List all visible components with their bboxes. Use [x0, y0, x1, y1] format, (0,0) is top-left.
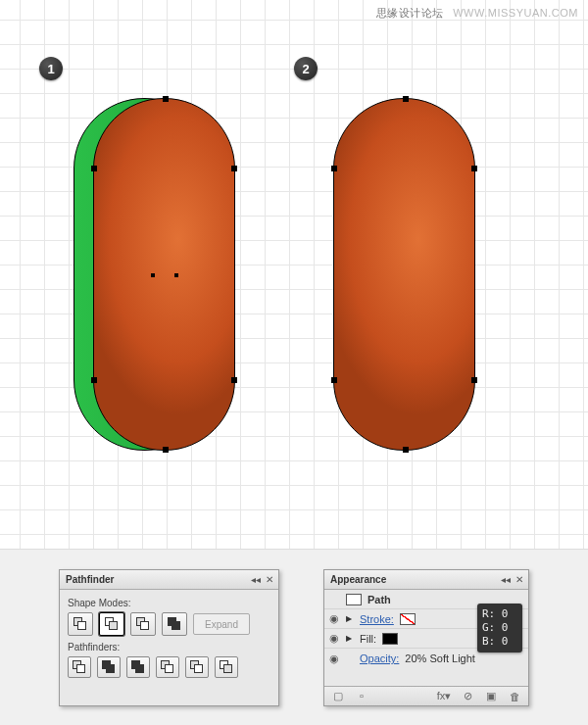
rgb-r: R: 0 — [482, 607, 517, 621]
expand-button: Expand — [193, 613, 250, 635]
shapemode-minus-front-button[interactable] — [99, 612, 124, 636]
duplicate-item-button[interactable]: ▣ — [483, 690, 499, 702]
rgb-readout: R: 0 G: 0 B: 0 — [477, 604, 522, 652]
disclosure-triangle-icon[interactable]: ▶ — [346, 614, 354, 623]
stroke-swatch-none[interactable] — [400, 613, 416, 625]
visibility-eye-icon[interactable]: ◉ — [328, 652, 340, 665]
pathfinder-trim-button[interactable] — [97, 656, 121, 678]
pathfinder-divide-button[interactable] — [68, 656, 91, 678]
anchor-point[interactable] — [331, 166, 337, 171]
pathfinder-outline-button[interactable] — [185, 656, 209, 678]
panel-collapse-icon[interactable]: ◂◂ — [251, 574, 261, 585]
anchor-point[interactable] — [231, 166, 237, 171]
artboard[interactable]: 思缘设计论坛 WWW.MISSYUAN.COM 1 2 — [0, 0, 588, 549]
step-badge-1: 1 — [39, 57, 63, 80]
pathfinders-label: Pathfinders: — [68, 642, 270, 652]
anchor-point[interactable] — [91, 166, 97, 171]
step-number: 1 — [47, 62, 54, 76]
pathfinder-crop-button[interactable] — [156, 656, 179, 678]
panel-pathfinder[interactable]: Pathfinder ◂◂ ✕ Shape Modes: Expand Path… — [59, 569, 279, 706]
panel-header[interactable]: Appearance ◂◂ ✕ — [324, 570, 528, 590]
visibility-eye-icon[interactable]: ◉ — [328, 632, 340, 645]
stroke-label[interactable]: Stroke: — [360, 613, 394, 625]
clear-appearance-button[interactable]: ⊘ — [460, 690, 475, 702]
panel-footer: ▢ ▫ fx▾ ⊘ ▣ 🗑 — [324, 686, 528, 705]
expand-label: Expand — [205, 619, 238, 630]
rgb-b: B: 0 — [482, 635, 517, 649]
watermark-url: WWW.MISSYUAN.COM — [453, 7, 578, 19]
watermark: 思缘设计论坛 WWW.MISSYUAN.COM — [376, 6, 578, 21]
capsule-orange-2[interactable] — [333, 98, 475, 451]
visibility-eye-icon[interactable]: ◉ — [328, 612, 340, 625]
anchor-point[interactable] — [163, 96, 169, 102]
path-label: Path — [368, 594, 391, 605]
pathfinder-minus-back-button[interactable] — [215, 656, 238, 678]
panel-menu-icon[interactable]: ✕ — [265, 574, 274, 585]
delete-item-button[interactable]: 🗑 — [507, 691, 522, 702]
opacity-label[interactable]: Opacity: — [360, 652, 399, 664]
fill-label: Fill: — [360, 633, 376, 645]
anchor-point[interactable] — [163, 447, 169, 453]
anchor-point[interactable] — [403, 447, 409, 453]
rgb-g: G: 0 — [482, 621, 517, 635]
add-effect-button[interactable]: fx▾ — [436, 690, 452, 702]
panels-area: Pathfinder ◂◂ ✕ Shape Modes: Expand Path… — [0, 549, 588, 725]
panel-title: Pathfinder — [66, 574, 114, 585]
clone-appearance-button[interactable]: ▫ — [354, 690, 369, 702]
panel-collapse-icon[interactable]: ◂◂ — [501, 574, 511, 585]
panel-header[interactable]: Pathfinder ◂◂ ✕ — [60, 570, 278, 590]
panel-appearance[interactable]: Appearance ◂◂ ✕ Path ◉ ▶ Stroke: ◉ ▶ Fil… — [323, 569, 529, 706]
step-number: 2 — [302, 62, 309, 76]
step-badge-2: 2 — [294, 57, 318, 80]
new-art-button[interactable]: ▢ — [330, 690, 346, 702]
anchor-point[interactable] — [91, 377, 97, 383]
panel-menu-icon[interactable]: ✕ — [514, 574, 524, 585]
disclosure-triangle-icon[interactable]: ▶ — [346, 634, 354, 643]
shapemode-intersect-button[interactable] — [130, 612, 156, 636]
capsule-orange-1[interactable] — [93, 98, 235, 451]
panel-body: Shape Modes: Expand Pathfinders: — [60, 590, 278, 690]
anchor-point[interactable] — [331, 377, 337, 383]
anchor-point[interactable] — [231, 377, 237, 383]
opacity-value: 20% Soft Light — [405, 652, 475, 664]
watermark-cn: 思缘设计论坛 — [376, 7, 444, 19]
handle-point[interactable] — [151, 273, 155, 277]
handle-point[interactable] — [174, 273, 178, 277]
shapemode-unite-button[interactable] — [68, 612, 93, 636]
path-thumbnail-icon — [346, 594, 362, 605]
anchor-point[interactable] — [471, 166, 477, 171]
pathfinder-merge-button[interactable] — [126, 656, 150, 678]
fill-swatch-black[interactable] — [382, 633, 398, 645]
shapemode-exclude-button[interactable] — [162, 612, 187, 636]
anchor-point[interactable] — [403, 96, 409, 102]
shape-modes-label: Shape Modes: — [68, 598, 270, 608]
anchor-point[interactable] — [471, 377, 477, 383]
panel-title: Appearance — [330, 574, 386, 585]
